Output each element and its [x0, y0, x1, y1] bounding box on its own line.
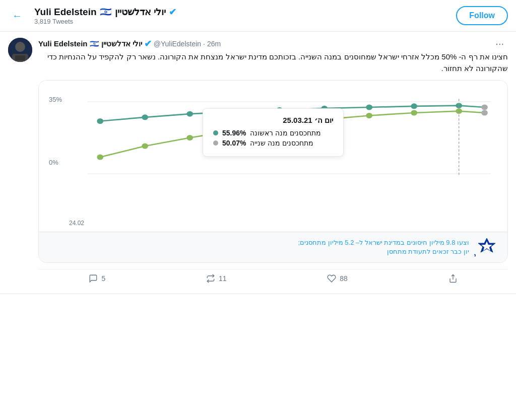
y-label-0: 0%: [49, 159, 58, 166]
profile-header: ← Yuli Edelstein 🇮🇱 יולי אדלשטיין ✔ 3,81…: [0, 0, 516, 32]
svg-point-8: [186, 111, 193, 117]
profile-info: Yuli Edelstein 🇮🇱 יולי אדלשטיין ✔ 3,819 …: [34, 6, 176, 25]
more-button[interactable]: ···: [491, 38, 508, 49]
y-label-35: 35%: [49, 96, 62, 103]
author-name-en: Yuli Edelstein: [38, 39, 88, 48]
svg-point-12: [366, 105, 372, 110]
tooltip-label-1: מתחכסנים מנה ראשונה: [250, 129, 321, 137]
like-action[interactable]: 88: [327, 273, 348, 284]
chart-area: 35% 0%: [39, 81, 507, 232]
author-handle[interactable]: @YuliEdelstein: [154, 40, 201, 48]
avatar[interactable]: [8, 38, 32, 62]
svg-point-1: [15, 42, 25, 52]
chart-text-line2: יון כבר זכאים לתעודת מתחסן: [298, 247, 469, 256]
author-verified-badge: ✔: [144, 38, 152, 49]
svg-point-16: [97, 155, 103, 160]
retweet-icon: [206, 273, 216, 284]
chart-logo: משרד: [474, 237, 499, 257]
author-name-he: יולי אדלשטיין: [101, 39, 142, 48]
chart-bottom-bar: משרד וצעו 9.8 מיליון חיסונים במדינת ישרא…: [39, 232, 507, 262]
tooltip-date: יום ה׳ 25.03.21: [213, 116, 333, 125]
tweet-content: Yuli Edelstein 🇮🇱 יולי אדלשטיין ✔ @YuliE…: [38, 38, 508, 288]
tooltip-dot-1: [213, 130, 218, 135]
name-en: Yuli Edelstein: [34, 7, 97, 18]
svg-point-17: [142, 144, 148, 149]
tweet-author: Yuli Edelstein 🇮🇱 יולי אדלשטיין ✔ @YuliE…: [38, 38, 221, 49]
svg-point-25: [481, 110, 488, 116]
retweet-count: 11: [219, 274, 227, 283]
tooltip-pct-2: 50.07%: [222, 139, 246, 147]
svg-point-22: [366, 113, 372, 118]
comment-action[interactable]: 5: [88, 273, 105, 284]
tweet-text: חצינו את רף ה- 50% מכלל אזרחי ישראל שמחו…: [38, 51, 508, 74]
dot-sep: ·: [203, 40, 205, 48]
tooltip-row-1: מתחכסנים מנה ראשונה 55.96%: [213, 129, 333, 137]
header-left: ← Yuli Edelstein 🇮🇱 יולי אדלשטיין ✔ 3,81…: [8, 6, 176, 25]
flag-emoji: 🇮🇱: [100, 6, 112, 18]
avatar-image: [8, 38, 32, 62]
verified-badge: ✔: [169, 7, 176, 18]
retweet-action[interactable]: 11: [206, 273, 227, 284]
comment-icon: [88, 273, 98, 284]
tweet-container: Yuli Edelstein 🇮🇱 יולי אדלשטיין ✔ @YuliE…: [0, 32, 516, 294]
svg-point-23: [411, 110, 417, 116]
tweet-header: Yuli Edelstein 🇮🇱 יולי אדלשטיין ✔ @YuliE…: [38, 38, 508, 49]
share-icon: [448, 273, 458, 284]
svg-point-15: [481, 105, 488, 110]
tooltip-label-2: מתחכסנים מנה שנייה: [250, 139, 313, 147]
share-action[interactable]: [448, 273, 458, 284]
like-count: 88: [340, 274, 348, 283]
svg-point-13: [411, 103, 417, 109]
svg-point-6: [97, 118, 103, 124]
svg-text:משרד: משרד: [474, 253, 476, 257]
follow-button[interactable]: Follow: [456, 6, 508, 25]
tweet-inner: Yuli Edelstein 🇮🇱 יולי אדלשטיין ✔ @YuliE…: [8, 38, 508, 288]
tweet-actions: 5 11: [38, 269, 508, 288]
tooltip-pct-1: 55.96%: [222, 129, 246, 137]
author-name: Yuli Edelstein 🇮🇱 יולי אדלשטיין ✔: [38, 38, 152, 49]
chart-card: 35% 0%: [38, 80, 508, 263]
name-he: יולי אדלשטיין: [115, 6, 166, 18]
tweet-time: 26m: [207, 40, 221, 48]
svg-point-7: [142, 114, 148, 120]
back-button[interactable]: ←: [8, 7, 26, 25]
tweet-count: 3,819 Tweets: [34, 18, 176, 25]
svg-point-18: [186, 135, 193, 141]
tooltip-dot-2: [213, 141, 218, 146]
svg-rect-3: [15, 55, 25, 60]
profile-name: Yuli Edelstein 🇮🇱 יולי אדלשטיין ✔: [34, 6, 176, 18]
chart-bottom-text: וצעו 9.8 מיליון חיסונים במדינת ישראל ל– …: [298, 238, 469, 256]
author-flag: 🇮🇱: [90, 39, 99, 48]
chart-text-line1: וצעו 9.8 מיליון חיסונים במדינת ישראל ל– …: [298, 238, 469, 247]
chart-tooltip: יום ה׳ 25.03.21 מתחכסנים מנה ראשונה 55.9…: [203, 108, 344, 157]
tooltip-row-2: מתחכסנים מנה שנייה 50.07%: [213, 139, 333, 147]
like-icon: [327, 273, 337, 284]
x-label-date: 24.02: [69, 220, 84, 227]
comment-count: 5: [101, 274, 105, 283]
